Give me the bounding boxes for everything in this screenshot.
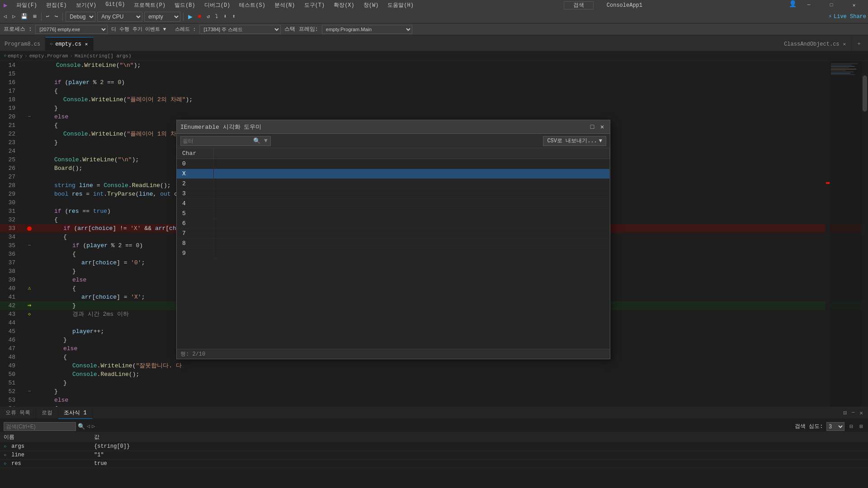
dialog-row-5[interactable]: 5	[177, 209, 610, 219]
save-all-button[interactable]: ⊞	[31, 12, 38, 22]
vertical-scrollbar[interactable]	[862, 61, 868, 407]
forward-button[interactable]: ▷	[10, 12, 17, 22]
menu-project[interactable]: 프로젝트(P)	[130, 0, 169, 10]
add-tab-button[interactable]: +	[854, 41, 864, 47]
fold-icon-52[interactable]: −	[28, 387, 31, 396]
bottom-tab-errors[interactable]: 오류 목록	[0, 407, 36, 419]
panel-minimize-button[interactable]: −	[850, 408, 856, 417]
dialog-row-6[interactable]: 6	[177, 219, 610, 229]
tabbar-right: ClassAndObject.cs ✕ +	[779, 37, 868, 51]
thread-dropdown[interactable]: [17384] 주 스레드	[199, 25, 281, 34]
breakpoint-33[interactable]	[27, 226, 32, 231]
step-over[interactable]: ⤵	[213, 12, 220, 22]
panel-float-button[interactable]: ⊡	[842, 408, 849, 418]
col-value: 값	[90, 432, 868, 442]
search-next-button[interactable]: ▷	[92, 423, 95, 430]
code-line-14: 14 Console.WriteLine("\n");	[0, 61, 868, 70]
breadcrumb: ○ empty › empty.Program › Main(string[] …	[0, 51, 868, 61]
toolbar-right: ⚡ Live Share	[829, 13, 866, 20]
close-button[interactable]: ✕	[844, 0, 864, 10]
menu-build[interactable]: 빌드(B)	[171, 0, 199, 10]
fold-icon-20[interactable]: −	[28, 113, 31, 121]
tab-classandobject[interactable]: ClassAndObject.cs ✕	[779, 37, 852, 51]
scrollbar-thumb[interactable]	[863, 75, 867, 112]
bottom-tab-locals[interactable]: 로컬	[36, 407, 58, 419]
dialog-row-7[interactable]: 7	[177, 229, 610, 239]
process-dropdown[interactable]: [20776] empty.exe	[35, 25, 108, 34]
maximize-button[interactable]: □	[821, 0, 842, 10]
dialog-cell-5-value	[213, 209, 609, 219]
menu-edit[interactable]: 편집(E)	[42, 0, 71, 10]
watch-row-line[interactable]: ○ line "1"	[0, 451, 868, 460]
dialog-row-9[interactable]: 9	[177, 249, 610, 258]
col-char-header: Char	[177, 148, 213, 159]
tab-program8[interactable]: Program8.cs	[0, 37, 45, 51]
depth-select[interactable]: 3	[826, 422, 844, 431]
dialog-close-button[interactable]: ✕	[598, 123, 606, 131]
bc-file[interactable]: ○ empty	[4, 53, 23, 59]
menu-debug[interactable]: 디버그(D)	[201, 0, 234, 10]
watch-search-input[interactable]	[4, 422, 76, 431]
tab-empty[interactable]: ○ empty.cs ✕	[45, 37, 94, 51]
dialog-row-8[interactable]: 8	[177, 239, 610, 249]
search-prev-button[interactable]: ◁	[87, 423, 90, 430]
menu-view[interactable]: 보기(V)	[72, 0, 100, 10]
menu-extensions[interactable]: 확장(X)	[330, 0, 358, 10]
dialog-row-0[interactable]: 0	[177, 159, 610, 169]
code-line-17: 17 {	[0, 87, 868, 95]
filter-search-icon[interactable]: 🔍	[252, 136, 261, 145]
search-icon[interactable]: 🔍	[78, 423, 85, 430]
menu-test[interactable]: 테스트(S)	[236, 0, 269, 10]
watch-value-res: true	[90, 460, 868, 468]
start-button[interactable]: ▶	[186, 12, 194, 22]
panel-close-button[interactable]: ✕	[858, 408, 864, 418]
tab-empty-close[interactable]: ✕	[84, 41, 89, 47]
stop-button[interactable]: ■	[196, 12, 203, 22]
liveshare-button[interactable]: ⚡ Live Share	[829, 13, 866, 20]
step-into[interactable]: ⬇	[222, 12, 228, 22]
fold-icon-35[interactable]: −	[28, 241, 31, 250]
menu-tools[interactable]: 도구(T)	[301, 0, 329, 10]
dialog-cell-5-index: 5	[177, 209, 213, 219]
build-config-dropdown[interactable]: Debug	[66, 12, 95, 22]
dialog-row-1[interactable]: X	[177, 169, 610, 179]
menu-window[interactable]: 창(W)	[360, 0, 382, 10]
dialog-row-2[interactable]: 2	[177, 179, 610, 189]
step-out[interactable]: ⬆	[230, 12, 237, 22]
back-button[interactable]: ◁	[2, 12, 9, 22]
search-box[interactable]: 검색	[564, 1, 594, 9]
filter-input[interactable]	[181, 138, 252, 144]
export-button[interactable]: CSV로 내보내기... ▼	[543, 136, 606, 146]
watch-row-res[interactable]: ○ res true	[0, 460, 868, 468]
titlebar-menu: 파일(F) 편집(E) 보기(V) Git(G) 프로젝트(P) 빌드(B) 디…	[13, 0, 417, 10]
dialog-maximize-button[interactable]: □	[588, 123, 596, 131]
watch-row-args[interactable]: ○ args {string[0]}	[0, 442, 868, 451]
collapse-all-button[interactable]: ⊟	[848, 422, 854, 431]
tab-class-close[interactable]: ✕	[842, 41, 847, 47]
menu-file[interactable]: 파일(F)	[13, 0, 41, 10]
dialog-cell-7-index: 7	[177, 229, 213, 239]
watch-table: 이름 값 ○ args {string[0]}	[0, 432, 868, 468]
undo-button[interactable]: ↩	[44, 12, 51, 22]
minimap	[830, 61, 862, 407]
restart-button[interactable]: ↺	[205, 12, 212, 22]
project-dropdown[interactable]: empty	[144, 12, 180, 22]
code-line-50: 50 Console.ReadLine();	[0, 370, 868, 379]
stack-dropdown[interactable]: empty.Program.Main	[322, 25, 412, 34]
menu-help[interactable]: 도움말(H)	[384, 0, 417, 10]
minimize-button[interactable]: ─	[798, 0, 819, 10]
expand-all-button[interactable]: ⊞	[858, 422, 864, 431]
platform-dropdown[interactable]: Any CPU	[97, 12, 142, 22]
bottom-tab-watch[interactable]: 조사식 1	[58, 407, 92, 419]
dialog-content: Char 0 X 2	[177, 148, 610, 349]
menu-analyze[interactable]: 분석(N)	[271, 0, 299, 10]
bc-class[interactable]: empty.Program	[29, 53, 68, 59]
save-button[interactable]: 💾	[19, 12, 29, 22]
dialog-row-4[interactable]: 4	[177, 199, 610, 209]
menu-git[interactable]: Git(G)	[102, 0, 128, 10]
dialog-cell-4-index: 4	[177, 199, 213, 209]
redo-button[interactable]: ↪	[53, 12, 60, 22]
bc-method[interactable]: Main(string[] args)	[75, 53, 131, 59]
dialog-row-3[interactable]: 3	[177, 189, 610, 199]
filter-dropdown-icon[interactable]: ▼	[261, 136, 270, 145]
